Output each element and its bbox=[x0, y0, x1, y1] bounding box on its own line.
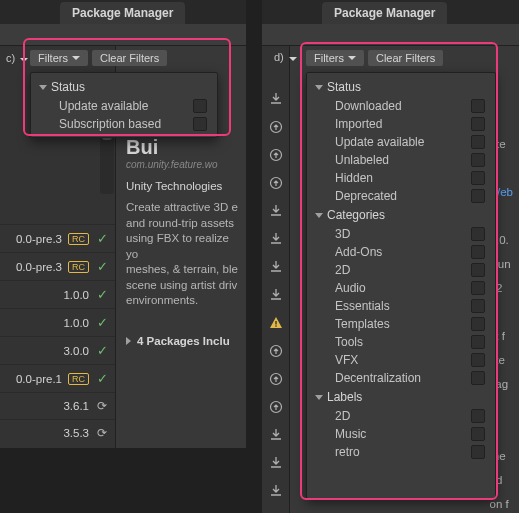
text-fragment: on f bbox=[490, 498, 513, 510]
up-icon[interactable] bbox=[267, 144, 289, 166]
filter-option[interactable]: 3D bbox=[307, 225, 495, 243]
tab-package-manager[interactable]: Package Manager bbox=[322, 2, 447, 24]
checkbox[interactable] bbox=[471, 135, 485, 149]
download-icon[interactable] bbox=[267, 480, 289, 502]
download-icon[interactable] bbox=[267, 424, 289, 446]
packages-included[interactable]: 4 Packages Inclu bbox=[126, 335, 238, 347]
package-row[interactable]: 1.0.0✓ bbox=[0, 280, 115, 308]
download-icon[interactable] bbox=[267, 228, 289, 250]
filter-option[interactable]: Templates bbox=[307, 315, 495, 333]
filter-option[interactable]: Hidden bbox=[307, 169, 495, 187]
checkbox[interactable] bbox=[471, 299, 485, 313]
check-icon: ✓ bbox=[95, 287, 109, 302]
filter-option[interactable]: Update available bbox=[31, 97, 217, 115]
chevron-down-icon bbox=[72, 56, 80, 60]
package-id: com.unity.feature.wo bbox=[126, 159, 238, 170]
download-icon[interactable] bbox=[267, 284, 289, 306]
package-row[interactable]: 1.0.0✓ bbox=[0, 308, 115, 336]
up-icon[interactable] bbox=[267, 340, 289, 362]
toolbar bbox=[0, 24, 246, 46]
filter-option[interactable]: Imported bbox=[307, 115, 495, 133]
group-labels[interactable]: Labels bbox=[307, 387, 495, 407]
filter-option[interactable]: Add-Ons bbox=[307, 243, 495, 261]
up-icon[interactable] bbox=[267, 116, 289, 138]
download-icon[interactable] bbox=[267, 452, 289, 474]
checkbox[interactable] bbox=[193, 99, 207, 113]
checkbox[interactable] bbox=[193, 117, 207, 131]
filter-option[interactable]: VFX bbox=[307, 351, 495, 369]
group-status[interactable]: Status bbox=[307, 77, 495, 97]
checkbox[interactable] bbox=[471, 281, 485, 295]
checkbox[interactable] bbox=[471, 409, 485, 423]
checkbox[interactable] bbox=[471, 371, 485, 385]
filter-option[interactable]: Subscription based bbox=[31, 115, 217, 133]
caret-down-icon bbox=[315, 395, 323, 400]
filter-option[interactable]: Downloaded bbox=[307, 97, 495, 115]
group-status[interactable]: Status bbox=[31, 77, 217, 97]
filters-dropdown: StatusDownloadedImportedUpdate available… bbox=[306, 72, 496, 499]
tabbar: Package Manager bbox=[262, 0, 519, 24]
filters-button[interactable]: Filters bbox=[30, 50, 88, 66]
package-row[interactable]: 0.0-pre.3RC✓ bbox=[0, 252, 115, 280]
chevron-down-icon bbox=[348, 56, 356, 60]
filter-option[interactable]: Decentralization bbox=[307, 369, 495, 387]
checkbox[interactable] bbox=[471, 317, 485, 331]
filter-option[interactable]: Update available bbox=[307, 133, 495, 151]
checkbox[interactable] bbox=[471, 117, 485, 131]
warn-icon[interactable] bbox=[267, 312, 289, 334]
package-row[interactable]: 3.0.0✓ bbox=[0, 336, 115, 364]
caret-down-icon bbox=[315, 213, 323, 218]
package-title: Bui bbox=[126, 136, 238, 159]
reload-icon: ⟳ bbox=[95, 399, 109, 413]
up-icon[interactable] bbox=[267, 172, 289, 194]
publisher-link[interactable]: Unity Technologies bbox=[126, 180, 238, 192]
download-icon[interactable] bbox=[267, 88, 289, 110]
checkbox[interactable] bbox=[471, 153, 485, 167]
reload-icon: ⟳ bbox=[95, 426, 109, 440]
checkbox[interactable] bbox=[471, 263, 485, 277]
package-description: Create attractive 3D eand round-trip ass… bbox=[126, 200, 238, 309]
toolbar bbox=[262, 24, 519, 46]
rc-badge: RC bbox=[68, 373, 89, 385]
checkbox[interactable] bbox=[471, 445, 485, 459]
download-icon[interactable] bbox=[267, 256, 289, 278]
checkbox[interactable] bbox=[471, 189, 485, 203]
package-row[interactable]: 0.0-pre.3RC✓ bbox=[0, 224, 115, 252]
tabbar: Package Manager bbox=[0, 0, 246, 24]
tab-package-manager[interactable]: Package Manager bbox=[60, 2, 185, 24]
filter-option[interactable]: Audio bbox=[307, 279, 495, 297]
download-icon[interactable] bbox=[267, 200, 289, 222]
filter-option[interactable]: Unlabeled bbox=[307, 151, 495, 169]
rc-badge: RC bbox=[68, 233, 89, 245]
checkbox[interactable] bbox=[471, 427, 485, 441]
caret-down-icon bbox=[39, 85, 47, 90]
filter-option[interactable]: Tools bbox=[307, 333, 495, 351]
up-icon[interactable] bbox=[267, 396, 289, 418]
check-icon: ✓ bbox=[95, 315, 109, 330]
caret-down-icon bbox=[315, 85, 323, 90]
filters-button[interactable]: Filters bbox=[306, 50, 364, 66]
up-icon[interactable] bbox=[267, 368, 289, 390]
package-row[interactable]: 3.6.1⟳ bbox=[0, 392, 115, 419]
filter-option[interactable]: Music bbox=[307, 425, 495, 443]
group-categories[interactable]: Categories bbox=[307, 205, 495, 225]
checkbox[interactable] bbox=[471, 171, 485, 185]
checkbox[interactable] bbox=[471, 99, 485, 113]
check-icon: ✓ bbox=[95, 371, 109, 386]
filters-dropdown: Status Update availableSubscription base… bbox=[30, 72, 218, 138]
checkbox[interactable] bbox=[471, 335, 485, 349]
filter-option[interactable]: 2D bbox=[307, 407, 495, 425]
filter-option[interactable]: 2D bbox=[307, 261, 495, 279]
package-row[interactable]: 3.5.3⟳ bbox=[0, 419, 115, 446]
filter-option[interactable]: Essentials bbox=[307, 297, 495, 315]
filter-option[interactable]: retro bbox=[307, 443, 495, 461]
checkbox[interactable] bbox=[471, 353, 485, 367]
caret-right-icon bbox=[126, 337, 131, 345]
package-row[interactable]: 0.0-pre.1RC✓ bbox=[0, 364, 115, 392]
filter-option[interactable]: Deprecated bbox=[307, 187, 495, 205]
clear-filters-button[interactable]: Clear Filters bbox=[92, 50, 167, 66]
clear-filters-button[interactable]: Clear Filters bbox=[368, 50, 443, 66]
icon-column bbox=[262, 46, 290, 513]
checkbox[interactable] bbox=[471, 245, 485, 259]
checkbox[interactable] bbox=[471, 227, 485, 241]
